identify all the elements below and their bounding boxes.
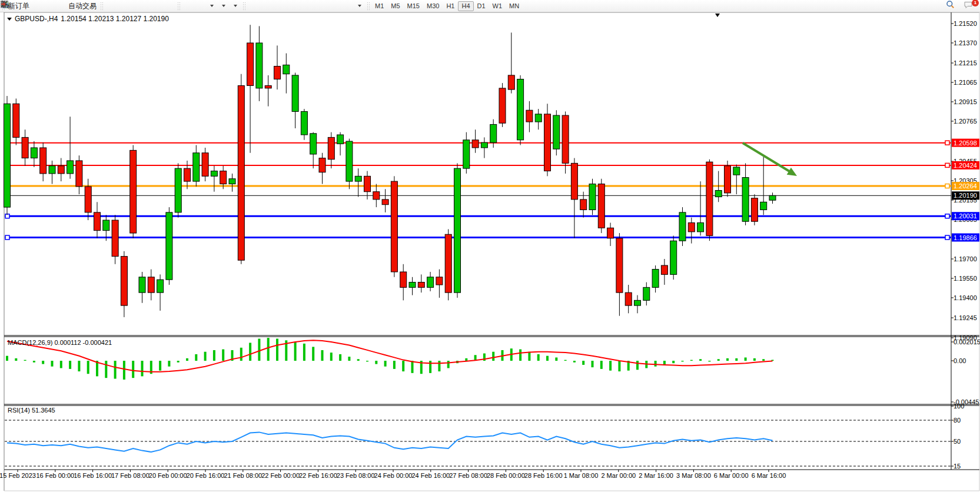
line-chart-button[interactable] <box>128 1 140 11</box>
bullish-candle <box>427 277 434 288</box>
svg-text:1.20264: 1.20264 <box>954 182 977 190</box>
bearish-candle <box>526 110 533 122</box>
bullish-candle <box>337 135 344 144</box>
toolbar-grip <box>242 2 245 10</box>
bearish-candle <box>544 114 551 171</box>
timeframe-M30[interactable]: M30 <box>423 1 443 11</box>
deposit-button[interactable] <box>31 1 43 11</box>
text-label-tool-button[interactable]: T <box>341 1 353 11</box>
bearish-candle <box>598 184 604 228</box>
bearish-candle <box>319 158 325 172</box>
svg-text:0.002015: 0.002015 <box>954 338 980 345</box>
svg-text:22 Feb 16:00: 22 Feb 16:00 <box>299 472 337 479</box>
add-indicator-button[interactable] <box>205 1 217 11</box>
bearish-candle <box>121 257 127 306</box>
tile-windows-button[interactable] <box>164 1 175 11</box>
bullish-candle <box>760 202 767 210</box>
chart-symbol-period: GBPUSD-,H4 <box>15 15 58 23</box>
timeframe-M15[interactable]: M15 <box>404 1 423 11</box>
toolbar-grip <box>100 2 103 10</box>
bearish-candle <box>418 282 424 288</box>
zoom-in-button[interactable] <box>140 1 152 11</box>
chart-title-collapse-icon[interactable] <box>7 18 12 21</box>
bullish-candle <box>157 280 164 292</box>
zoom-out-button[interactable] <box>152 1 164 11</box>
svg-text:1.21065: 1.21065 <box>954 79 977 86</box>
bearish-candle <box>499 88 506 123</box>
bearish-candle <box>22 137 28 158</box>
bearish-candle <box>112 220 118 257</box>
fibonacci-tool-button[interactable]: F <box>318 1 330 11</box>
equidistant-channel-tool-button[interactable]: E <box>306 1 318 11</box>
chart-shift-button[interactable] <box>194 1 205 11</box>
timeframe-W1[interactable]: W1 <box>489 1 506 11</box>
timeframe-MN[interactable]: MN <box>506 1 523 11</box>
timeframe-M1[interactable]: M1 <box>371 1 387 11</box>
chart-canvas[interactable]: 1.215201.213701.212151.210651.209151.207… <box>0 0 980 492</box>
bearish-candle <box>328 137 334 159</box>
text-tool-button[interactable]: A <box>330 1 341 11</box>
toolbar-grip <box>367 2 370 10</box>
bearish-candle <box>391 181 397 272</box>
bullish-candle <box>193 153 200 181</box>
bearish-candle <box>247 43 254 86</box>
bullish-candle <box>715 191 722 197</box>
bearish-candle <box>373 192 380 200</box>
bearish-candle <box>382 200 388 205</box>
bullish-candle <box>409 282 416 288</box>
bar-chart-button[interactable] <box>105 1 117 11</box>
svg-text:1.19700: 1.19700 <box>954 255 977 262</box>
signals-button[interactable] <box>55 1 67 11</box>
bearish-candle <box>706 162 713 235</box>
svg-text:1.19245: 1.19245 <box>954 314 977 321</box>
autotrading-button[interactable]: 自动交易 <box>67 1 98 11</box>
bullish-candle <box>292 75 298 112</box>
template-button[interactable] <box>229 1 241 11</box>
notifications-button[interactable]: 1 <box>964 1 975 11</box>
crosshair-tool-button[interactable] <box>259 1 271 11</box>
notification-badge: 1 <box>972 0 979 6</box>
svg-text:23 Feb 08:00: 23 Feb 08:00 <box>337 472 375 479</box>
timeframe-buttons: M1M5M15M30H1H4D1W1MN <box>371 1 523 11</box>
svg-text:1.19400: 1.19400 <box>954 294 977 301</box>
account-button[interactable] <box>43 1 55 11</box>
cursor-tool-button[interactable] <box>247 1 259 11</box>
bullish-candle <box>49 166 55 174</box>
horizontal-line-tool-button[interactable] <box>283 1 294 11</box>
bearish-candle <box>571 163 577 200</box>
vertical-line-tool-button[interactable] <box>271 1 283 11</box>
new-order-button[interactable]: 新订单 <box>6 1 31 11</box>
periodicity-button[interactable] <box>217 1 229 11</box>
trendline-tool-button[interactable] <box>294 1 306 11</box>
bearish-candle <box>364 176 371 191</box>
bullish-candle <box>769 195 776 200</box>
dropdown-caret-icon <box>222 5 225 7</box>
shapes-tool-button[interactable] <box>353 1 365 11</box>
timeframe-H4[interactable]: H4 <box>458 1 473 11</box>
search-button[interactable] <box>946 1 958 11</box>
svg-text:1.20031: 1.20031 <box>954 212 977 220</box>
svg-text:1.19866: 1.19866 <box>954 234 977 241</box>
svg-text:1.20915: 1.20915 <box>954 98 977 105</box>
bullish-candle <box>67 161 74 174</box>
bearish-candle <box>85 187 91 212</box>
svg-text:24 Feb 16:00: 24 Feb 16:00 <box>411 472 450 479</box>
auto-scroll-button[interactable] <box>182 1 194 11</box>
svg-text:27 Feb 08:00: 27 Feb 08:00 <box>449 472 487 479</box>
bearish-candle <box>688 222 695 231</box>
bullish-candle <box>670 241 677 274</box>
bearish-candle <box>148 277 154 292</box>
bullish-candle <box>535 114 542 122</box>
bearish-candle <box>184 168 191 181</box>
bearish-candle <box>220 171 227 184</box>
timeframe-D1[interactable]: D1 <box>474 1 489 11</box>
timeframe-M5[interactable]: M5 <box>387 1 403 11</box>
bullish-candle <box>697 222 704 231</box>
bearish-candle <box>445 234 451 292</box>
svg-text:1.21370: 1.21370 <box>954 39 977 46</box>
candlestick-chart-button[interactable] <box>117 1 128 11</box>
timeframe-H1[interactable]: H1 <box>443 1 458 11</box>
bullish-candle <box>229 179 235 184</box>
bearish-candle <box>265 85 271 88</box>
bearish-candle <box>436 277 443 285</box>
